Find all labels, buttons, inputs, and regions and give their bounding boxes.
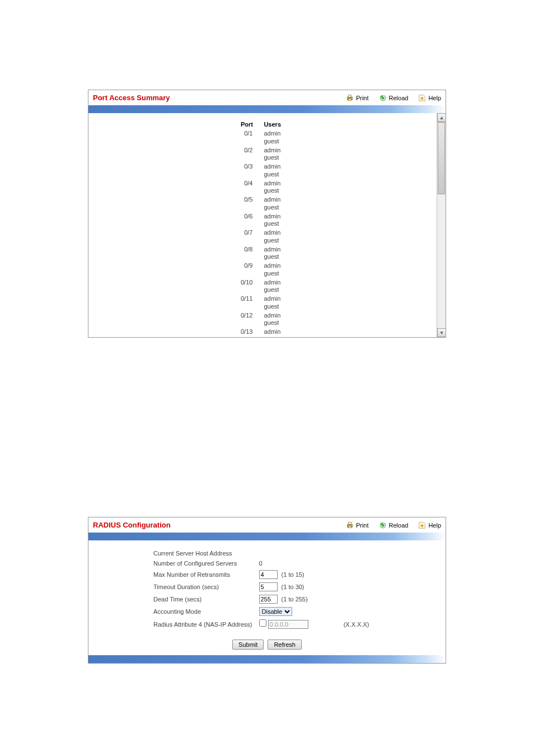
port-access-table: Port Users 0/1adminguest0/2adminguest0/3… (237, 119, 288, 337)
port-cell: 0/12 (238, 312, 260, 328)
help-link[interactable]: ? Help (418, 521, 441, 529)
input-timeout[interactable] (259, 582, 278, 591)
user-entry: admin (264, 246, 281, 254)
port-cell: 0/1 (238, 130, 260, 146)
input-radius-attr4[interactable] (268, 620, 308, 629)
port-cell: 0/5 (238, 196, 260, 212)
label-max-retransmits: Max Number of Retransmits (150, 568, 256, 581)
label-dead-time: Dead Time (secs) (150, 593, 256, 605)
table-row: 0/13adminguest (238, 328, 287, 337)
scroll-down-button[interactable]: ▼ (437, 328, 446, 337)
user-entry: guest (264, 336, 281, 337)
user-entry: guest (264, 138, 281, 146)
user-entry: admin (264, 279, 281, 287)
user-entry: admin (264, 262, 281, 270)
row-timeout: Timeout Duration (secs) (1 to 30) (150, 581, 372, 593)
users-cell: adminguest (261, 328, 287, 337)
port-access-summary-panel: Port Access Summary Print Reload ? Help (88, 90, 446, 338)
reload-icon (379, 521, 387, 529)
table-row: 0/10adminguest (238, 279, 287, 295)
row-max-retransmits: Max Number of Retransmits (1 to 15) (150, 568, 372, 581)
user-entry: admin (264, 229, 281, 237)
help-label: Help (428, 95, 441, 101)
user-entry: admin (264, 295, 281, 303)
help-link[interactable]: ? Help (418, 94, 441, 102)
reload-label: Reload (389, 95, 409, 101)
panel-title: RADIUS Configuration (93, 521, 346, 529)
table-row: 0/2adminguest (238, 147, 287, 162)
gradient-divider (88, 105, 446, 113)
reload-link[interactable]: Reload (379, 94, 409, 102)
table-row: 0/11adminguest (238, 295, 287, 311)
print-label: Print (356, 95, 369, 101)
users-cell: adminguest (261, 196, 287, 212)
users-cell: adminguest (261, 262, 287, 278)
user-entry: admin (264, 213, 281, 221)
reload-label: Reload (389, 522, 409, 529)
reload-icon (379, 94, 387, 102)
row-radius-attr4: Radius Attribute 4 (NAS-IP Address) (X.X… (150, 618, 372, 631)
checkbox-radius-attr4[interactable] (259, 619, 266, 627)
table-row: 0/6adminguest (238, 213, 287, 228)
panel-header: Port Access Summary Print Reload ? Help (88, 90, 446, 105)
value-number-configured: 0 (256, 558, 373, 568)
print-label: Print (356, 522, 369, 529)
reload-link[interactable]: Reload (379, 521, 409, 529)
user-entry: admin (264, 196, 281, 204)
help-icon: ? (418, 521, 426, 529)
users-cell: adminguest (261, 246, 287, 262)
help-label: Help (428, 522, 441, 529)
help-icon: ? (418, 94, 426, 102)
port-cell: 0/8 (238, 246, 260, 262)
row-dead-time: Dead Time (secs) (1 to 255) (150, 593, 372, 605)
label-current-server: Current Server Host Address (150, 548, 256, 558)
scroll-thumb[interactable] (438, 122, 445, 194)
users-cell: adminguest (261, 312, 287, 328)
gradient-divider-bottom (88, 655, 446, 663)
panel-header: RADIUS Configuration Print Reload ? Help (88, 517, 446, 533)
users-cell: adminguest (261, 130, 287, 146)
user-entry: guest (264, 171, 281, 179)
user-entry: guest (264, 303, 281, 311)
port-cell: 0/9 (238, 262, 260, 278)
table-row: 0/1adminguest (238, 130, 287, 146)
user-entry: admin (264, 163, 281, 171)
user-entry: guest (264, 253, 281, 261)
port-cell: 0/4 (238, 180, 260, 195)
print-link[interactable]: Print (346, 521, 369, 529)
panel-body: Port Users 0/1adminguest0/2adminguest0/3… (88, 113, 446, 337)
input-dead-time[interactable] (259, 595, 278, 604)
users-cell: adminguest (261, 163, 287, 179)
user-entry: guest (264, 270, 281, 278)
input-max-retransmits[interactable] (259, 570, 278, 579)
hint-radius-attr4: (X.X.X.X) (310, 621, 369, 628)
user-entry: guest (264, 220, 281, 228)
scroll-track[interactable] (437, 122, 446, 328)
svg-text:?: ? (421, 97, 423, 100)
refresh-button[interactable]: Refresh (268, 640, 302, 650)
port-cell: 0/13 (238, 328, 260, 337)
user-entry: admin (264, 180, 281, 188)
svg-text:?: ? (421, 524, 423, 527)
user-entry: guest (264, 237, 281, 245)
scroll-up-button[interactable]: ▲ (437, 113, 446, 122)
user-entry: admin (264, 147, 281, 155)
label-number-configured: Number of Configured Servers (150, 558, 256, 568)
user-entry: guest (264, 319, 281, 327)
hint-dead-time: (1 to 255) (279, 596, 308, 603)
table-row: 0/8adminguest (238, 246, 287, 262)
users-cell: adminguest (261, 279, 287, 295)
user-entry: guest (264, 286, 281, 294)
port-cell: 0/11 (238, 295, 260, 311)
select-accounting-mode[interactable]: Disable (259, 607, 292, 616)
vertical-scrollbar[interactable]: ▲ ▼ (437, 113, 446, 337)
submit-button[interactable]: Submit (232, 640, 264, 650)
row-number-configured: Number of Configured Servers 0 (150, 558, 372, 568)
user-entry: admin (264, 130, 281, 138)
svg-rect-1 (348, 95, 351, 97)
svg-rect-8 (348, 522, 351, 524)
print-link[interactable]: Print (346, 94, 369, 102)
port-cell: 0/10 (238, 279, 260, 295)
table-row: 0/5adminguest (238, 196, 287, 212)
port-column-header: Port (238, 120, 260, 129)
